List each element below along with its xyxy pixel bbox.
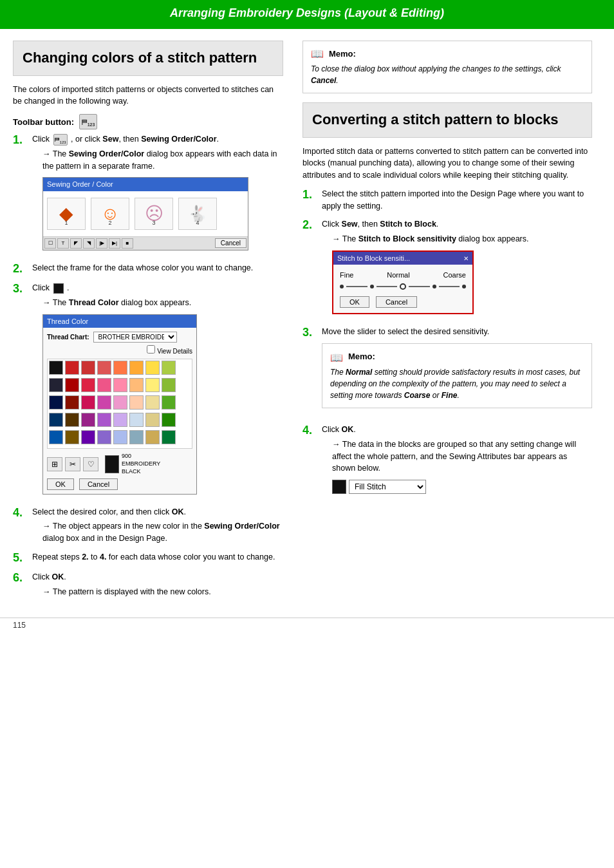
color-cell-26[interactable]	[65, 413, 79, 427]
dtool-4[interactable]: ◥	[83, 238, 95, 249]
thread-chart-row: Thread Chart: BROTHER EMBROIDERY	[47, 332, 192, 343]
stb-slider-handle[interactable]	[400, 283, 406, 290]
color-cell-16[interactable]	[162, 378, 176, 392]
color-cell-38[interactable]	[129, 430, 144, 444]
sew-img-2: ☺ 2	[91, 198, 129, 230]
fill-stitch-select[interactable]: Fill Stitch	[349, 480, 426, 494]
stb-ok-btn[interactable]: OK	[340, 296, 369, 308]
dtool-6[interactable]: ▶|	[109, 238, 120, 249]
stb-fine-label: Fine	[340, 270, 353, 281]
color-cell-3[interactable]	[81, 361, 95, 375]
color-cell-32[interactable]	[162, 413, 176, 427]
fill-icon	[332, 480, 346, 494]
color-grid	[47, 359, 192, 449]
thread-chart-select[interactable]: BROTHER EMBROIDERY	[93, 332, 177, 343]
dtool-5[interactable]: |▶	[96, 238, 107, 249]
color-cell-35[interactable]	[81, 430, 95, 444]
view-details-checkbox[interactable]	[147, 345, 155, 354]
left-step-6: 6. Click OK. → The pattern is displayed …	[13, 571, 283, 598]
color-cell-17[interactable]	[49, 395, 63, 410]
color-cell-37[interactable]	[113, 430, 127, 444]
color-cell-20[interactable]	[97, 395, 111, 410]
page-number: 115	[0, 618, 614, 632]
color-cell-33[interactable]	[49, 430, 63, 444]
dtool-7[interactable]: ■	[122, 238, 133, 249]
thread-icon-heart[interactable]: ♡	[83, 457, 98, 471]
color-cell-30[interactable]	[129, 413, 144, 427]
thread-icon-scissors[interactable]: ✂	[65, 457, 80, 471]
dtool-2[interactable]: T	[57, 238, 69, 249]
fill-stitch-bar: Fill Stitch	[332, 480, 592, 494]
color-cell-1[interactable]	[49, 361, 63, 375]
right-step-3-content: Move the slider to select the desired se…	[322, 326, 592, 417]
left-step-5: 5. Repeat steps 2. to 4. for each data w…	[13, 551, 283, 565]
color-cell-25[interactable]	[49, 413, 63, 427]
color-cell-6[interactable]	[129, 361, 144, 375]
step-5-content: Repeat steps 2. to 4. for each data whos…	[32, 551, 283, 563]
color-cell-11[interactable]	[81, 378, 95, 392]
color-cell-15[interactable]	[145, 378, 160, 392]
dtool-3[interactable]: ◤	[70, 238, 82, 249]
step3-color-icon	[53, 283, 64, 294]
color-cell-28[interactable]	[97, 413, 111, 427]
right-step-2-arrow: → The Stitch to Block sensitivity dialog…	[332, 233, 592, 245]
color-cell-36[interactable]	[97, 430, 111, 444]
sewing-toolbar: ☐ T ◤ ◥ |▶ ▶| ■ Cancel	[43, 236, 248, 250]
sewing-cancel-btn[interactable]: Cancel	[215, 238, 247, 248]
color-cell-29[interactable]	[113, 413, 127, 427]
memo-icon-1: 📖	[311, 48, 325, 59]
color-cell-23[interactable]	[145, 395, 160, 410]
thread-preview-row: ⊞ ✂ ♡ 900 EMBROIDERY BLACK	[47, 453, 192, 475]
color-cell-22[interactable]	[129, 395, 144, 410]
color-cell-5[interactable]	[113, 361, 127, 375]
thread-icon-table[interactable]: ⊞	[47, 457, 62, 471]
color-cell-2[interactable]	[65, 361, 79, 375]
step-5-number: 5.	[13, 551, 27, 565]
color-num: 900	[122, 453, 160, 460]
right-step-4-number: 4.	[302, 424, 317, 438]
step-4-number: 4.	[13, 506, 27, 520]
right-step-1-content: Select the stitch pattern imported into …	[322, 188, 592, 212]
thread-ok-btn[interactable]: OK	[47, 478, 74, 490]
memo-1-title-text: Memo:	[329, 49, 356, 59]
color-info-text: 900 EMBROIDERY BLACK	[122, 453, 160, 475]
right-step-3: 3. Move the slider to select the desired…	[302, 326, 592, 417]
page-header: Arranging Embroidery Designs (Layout & E…	[0, 0, 614, 26]
thread-dialog-inner: Thread Chart: BROTHER EMBROIDERY View De…	[43, 328, 196, 493]
stb-close-btn[interactable]: ✕	[463, 254, 469, 263]
toolbar-label-text: Toolbar button:	[13, 117, 74, 127]
step-2-content: Select the frame for the data whose colo…	[32, 262, 283, 274]
color-cell-14[interactable]	[129, 378, 144, 392]
thread-cancel-btn[interactable]: Cancel	[79, 478, 118, 490]
color-cell-31[interactable]	[145, 413, 160, 427]
color-cell-27[interactable]	[81, 413, 95, 427]
selected-color-swatch	[105, 455, 119, 473]
color-cell-19[interactable]	[81, 395, 95, 410]
step-6-content: Click OK. → The pattern is displayed wit…	[32, 571, 283, 598]
stb-coarse-label: Coarse	[443, 270, 466, 281]
color-cell-34[interactable]	[65, 430, 79, 444]
color-cell-9[interactable]	[49, 378, 63, 392]
left-step-2: 2. Select the frame for the data whose c…	[13, 262, 283, 276]
color-cell-4[interactable]	[97, 361, 111, 375]
color-cell-8[interactable]	[162, 361, 176, 375]
color-cell-18[interactable]	[65, 395, 79, 410]
step-1-number: 1.	[13, 133, 27, 147]
color-cell-7[interactable]	[145, 361, 160, 375]
thread-icons: ⊞ ✂ ♡	[47, 457, 98, 471]
memo-1-body-text: To close the dialog box without applying…	[311, 64, 561, 85]
memo-box-1: 📖 Memo: To close the dialog box without …	[302, 41, 592, 93]
color-cell-39[interactable]	[145, 430, 160, 444]
step-1-content: Click ⛿123 , or click Sew, then Sewing O…	[32, 133, 283, 256]
color-cell-40[interactable]	[162, 430, 176, 444]
color-cell-12[interactable]	[97, 378, 111, 392]
right-step-1-number: 1.	[302, 188, 317, 202]
color-cell-10[interactable]	[65, 378, 79, 392]
color-cell-21[interactable]	[113, 395, 127, 410]
stb-labels: Fine Normal Coarse	[340, 270, 466, 281]
stb-line-1	[346, 286, 367, 287]
color-cell-13[interactable]	[113, 378, 127, 392]
color-cell-24[interactable]	[162, 395, 176, 410]
dtool-1[interactable]: ☐	[44, 238, 56, 249]
stb-cancel-btn[interactable]: Cancel	[376, 296, 417, 308]
